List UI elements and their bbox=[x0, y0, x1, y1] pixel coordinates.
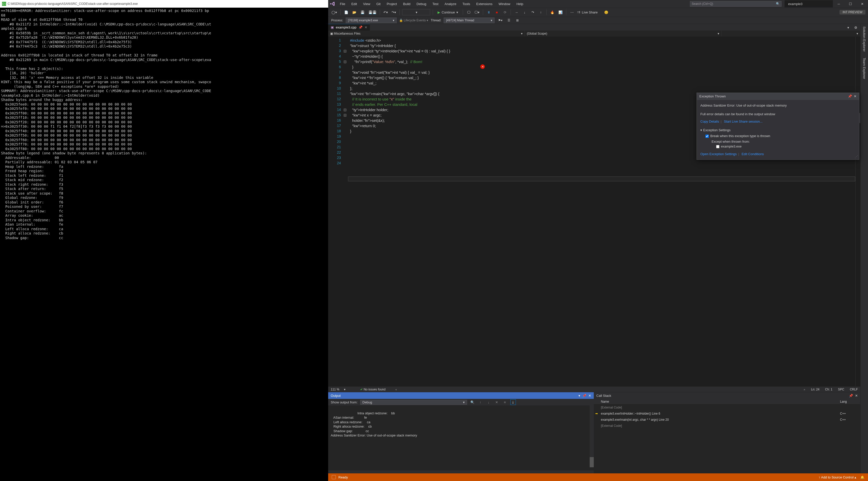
output-wrap-button[interactable]: ≡ bbox=[502, 399, 508, 405]
continue-button[interactable]: ▶Continue▾ bbox=[436, 10, 460, 14]
file-tab-example3[interactable]: ▣ example3.cpp 📌 ✕ bbox=[328, 24, 370, 31]
intellitrace-button[interactable]: 📊 bbox=[557, 9, 563, 15]
undo-button[interactable]: ↶▾ bbox=[382, 9, 389, 15]
callstack-row[interactable]: [External Code] bbox=[594, 405, 860, 411]
menu-window[interactable]: Window bbox=[496, 2, 514, 6]
process-dropdown[interactable]: [76188] example3.exe▾ bbox=[346, 18, 397, 23]
code-editor[interactable]: 123456789101112131415161718192021222324 … bbox=[328, 37, 860, 386]
code-area[interactable]: #include <stdio.h>"kw">struct "ty">IntHo… bbox=[348, 37, 855, 386]
debug-windows-button-2[interactable]: 🖵▾ bbox=[474, 9, 480, 15]
output-close-button[interactable]: ✕ bbox=[588, 394, 591, 397]
callstack-pin-button[interactable]: 📌 bbox=[849, 394, 853, 397]
resize-grip-icon[interactable]: ⋰ bbox=[855, 154, 858, 159]
popup-pin-button[interactable]: 📌 bbox=[848, 94, 852, 98]
redo-button[interactable]: ↷▾ bbox=[391, 9, 397, 15]
output-clear-button[interactable]: ✕ bbox=[494, 399, 500, 405]
pin-tab-button[interactable]: 📌 bbox=[359, 26, 363, 29]
lifecycle-events-button[interactable]: 🔒 Lifecycle Events ▾ bbox=[399, 19, 428, 22]
edit-conditions-link[interactable]: Edit Conditions bbox=[742, 152, 764, 156]
except-module-checkbox[interactable]: example3.exe bbox=[716, 145, 742, 148]
open-exception-settings-link[interactable]: Open Exception Settings bbox=[700, 152, 737, 156]
callstack-col-name[interactable]: Name bbox=[594, 400, 840, 404]
nav-back-button[interactable]: ◯▾ bbox=[331, 9, 338, 15]
save-button[interactable]: 💾 bbox=[360, 9, 366, 15]
output-pin-button[interactable]: 📌 bbox=[582, 394, 586, 397]
maximize-button[interactable]: ☐ bbox=[845, 0, 856, 8]
nav-project-dropdown[interactable]: ▣ Miscellaneous Files▾ bbox=[328, 31, 525, 36]
nav-scope-dropdown[interactable]: (Global Scope)▾ bbox=[525, 31, 721, 36]
step-over-button[interactable]: ↷ bbox=[530, 9, 536, 15]
output-next-button[interactable]: ↓ bbox=[486, 399, 492, 405]
restart-button[interactable]: ⟳ bbox=[502, 9, 508, 15]
config-dropdown[interactable]: ▾ bbox=[402, 9, 430, 15]
exception-popup-header[interactable]: Exception Thrown 📌 ✕ bbox=[697, 93, 859, 100]
save-all-button[interactable]: 💾💾 bbox=[368, 9, 377, 15]
console-titlebar[interactable]: C:\ C:\MSDN\cpp-docs-pr\docs\c-language\… bbox=[0, 0, 328, 8]
menu-edit[interactable]: Edit bbox=[348, 2, 360, 6]
callstack-row[interactable]: example3.exe!main(int argc, char * * arg… bbox=[594, 417, 860, 423]
pause-button[interactable]: ⏸ bbox=[486, 9, 492, 15]
output-autoscroll-button[interactable]: ⤓ bbox=[510, 399, 516, 405]
collapse-icon[interactable]: ▾ bbox=[700, 128, 702, 132]
copy-details-link[interactable]: Copy Details bbox=[700, 120, 719, 123]
team-explorer-tab[interactable]: Team Explorer bbox=[862, 58, 866, 79]
menu-debug[interactable]: Debug bbox=[413, 2, 429, 6]
start-live-share-link[interactable]: Start Live Share session... bbox=[724, 120, 763, 123]
error-glyph-icon[interactable]: ✕ bbox=[480, 64, 485, 69]
output-find-button[interactable]: 🔍 bbox=[470, 399, 475, 405]
debug-windows-button[interactable]: 🖵 bbox=[466, 9, 472, 15]
nav-member-dropdown[interactable]: ▾ bbox=[721, 31, 860, 36]
popup-close-button[interactable]: ✕ bbox=[854, 94, 857, 98]
output-dropdown-button[interactable]: ▾ bbox=[579, 394, 580, 397]
console-output[interactable]: ==76188==ERROR: AddressSanitizer: stack-… bbox=[0, 8, 328, 481]
fold-gutter[interactable]: ⊟ ⊟ ⊟⊟ bbox=[343, 37, 348, 386]
indent-mode[interactable]: SPC bbox=[838, 388, 844, 391]
menu-tools[interactable]: Tools bbox=[459, 2, 473, 6]
output-hscrollbar[interactable] bbox=[328, 470, 594, 473]
source-control-button[interactable]: ↑ Add to Source Control ▴ bbox=[819, 475, 856, 479]
step-into-button[interactable]: ↓ bbox=[522, 9, 528, 15]
new-item-button[interactable]: 📄 bbox=[343, 9, 349, 15]
menu-build[interactable]: Build bbox=[400, 2, 413, 6]
menu-extensions[interactable]: Extensions bbox=[473, 2, 496, 6]
eol-mode[interactable]: CRLF bbox=[850, 388, 858, 391]
toolbar-overflow[interactable]: ⋯ bbox=[569, 9, 575, 15]
callstack-row[interactable]: [External Code] bbox=[594, 423, 860, 429]
step-out-button[interactable]: ↑ bbox=[538, 9, 544, 15]
menu-test[interactable]: Test bbox=[429, 2, 442, 6]
notifications-button[interactable]: 🔔 bbox=[860, 475, 864, 479]
tab-settings-button[interactable]: ⚙ bbox=[853, 24, 859, 31]
minimize-button[interactable]: ─ bbox=[833, 0, 845, 8]
callstack-close-button[interactable]: ✕ bbox=[855, 394, 858, 397]
search-box[interactable]: Search (Ctrl+Q) 🔍 bbox=[690, 1, 781, 7]
thread-button[interactable]: ⊞ bbox=[515, 17, 521, 23]
output-vscrollbar[interactable] bbox=[590, 406, 594, 467]
callstack-row[interactable]: ➡example3.exe!IntHolder::~IntHolder() Li… bbox=[594, 411, 860, 417]
line-indicator[interactable]: Ln: 24 bbox=[811, 388, 819, 391]
vertical-scrollbar[interactable] bbox=[855, 37, 860, 386]
column-indicator[interactable]: Ch: 1 bbox=[825, 388, 832, 391]
menu-project[interactable]: Project bbox=[384, 2, 400, 6]
statusbar-icon[interactable] bbox=[332, 475, 336, 479]
output-vscroll-thumb[interactable] bbox=[590, 457, 594, 467]
output-source-dropdown[interactable]: Debug▾ bbox=[360, 400, 467, 405]
menu-git[interactable]: Git bbox=[373, 2, 384, 6]
menu-view[interactable]: View bbox=[360, 2, 373, 6]
hot-reload-button[interactable]: 🔥 bbox=[549, 9, 555, 15]
flag-button[interactable]: ⚑▾ bbox=[497, 17, 503, 23]
menu-help[interactable]: Help bbox=[514, 2, 526, 6]
live-share-button[interactable]: ⮆ Live Share bbox=[577, 10, 597, 14]
menu-file[interactable]: File bbox=[337, 2, 348, 6]
solution-explorer-tab[interactable]: Solution Explorer bbox=[862, 27, 866, 52]
vs-logo-icon[interactable] bbox=[328, 1, 337, 6]
thread-dropdown[interactable]: [49724] Main Thread▾ bbox=[444, 18, 495, 23]
zoom-level[interactable]: 111 % bbox=[331, 388, 339, 391]
break-on-exception-checkbox[interactable]: Break when this exception type is thrown bbox=[706, 134, 770, 138]
feedback-button[interactable]: 😊 bbox=[603, 9, 609, 15]
stop-button[interactable]: ■ bbox=[494, 9, 500, 15]
open-button[interactable]: 📂 bbox=[351, 9, 358, 15]
show-next-statement-button[interactable]: → bbox=[514, 9, 520, 15]
output-pane-header[interactable]: Output ▾📌✕ bbox=[328, 392, 594, 399]
tab-dropdown-button[interactable]: ▾ bbox=[845, 24, 851, 31]
solution-tab[interactable]: example3 bbox=[784, 0, 833, 7]
